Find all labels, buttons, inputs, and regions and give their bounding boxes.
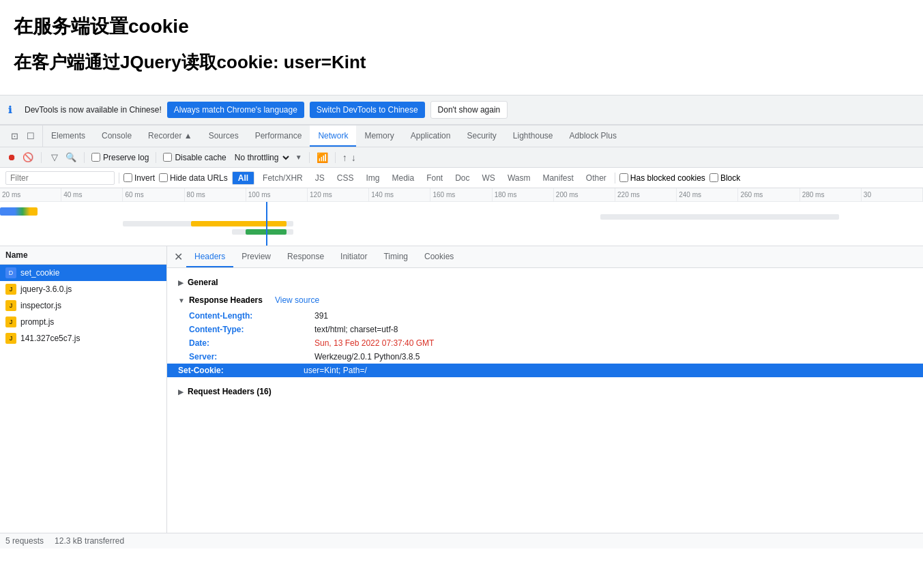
- detail-tab-cookies[interactable]: Cookies: [416, 246, 462, 267]
- tick-2: 60 ms: [123, 188, 184, 201]
- toolbar-divider-1: [41, 152, 42, 163]
- wasm-filter-button[interactable]: Wasm: [503, 172, 535, 184]
- detail-tab-response[interactable]: Response: [279, 246, 332, 267]
- js-filter-button[interactable]: JS: [311, 172, 329, 184]
- clear-icon[interactable]: 🚫: [22, 151, 34, 164]
- has-blocked-cookies-checkbox-label[interactable]: Has blocked cookies: [619, 173, 705, 183]
- detail-panel: ✕ Headers Preview Response Initiator Tim…: [167, 246, 923, 533]
- header-name-content-type: Content-Type:: [189, 325, 312, 334]
- tab-security[interactable]: Security: [458, 126, 504, 147]
- header-row-server: Server: Werkzeug/2.0.1 Python/3.8.5: [178, 350, 912, 364]
- header-row-set-cookie: Set-Cookie: user=Kint; Path=/: [167, 364, 923, 377]
- detail-tab-initiator[interactable]: Initiator: [332, 246, 375, 267]
- device-icon[interactable]: ☐: [25, 130, 37, 143]
- file-item-prompt[interactable]: J prompt.js: [0, 314, 166, 330]
- all-filter-button[interactable]: All: [232, 171, 254, 185]
- manifest-filter-button[interactable]: Manifest: [538, 172, 577, 184]
- header-value-date: Sun, 13 Feb 2022 07:37:40 GMT: [314, 338, 434, 348]
- detail-close-button[interactable]: ✕: [170, 249, 186, 265]
- js-icon-141: J: [5, 333, 16, 344]
- upload-icon[interactable]: ↑: [342, 152, 347, 163]
- detail-tab-preview[interactable]: Preview: [233, 246, 279, 267]
- view-source-link[interactable]: View source: [275, 295, 319, 305]
- timeline-cursor: [266, 202, 267, 246]
- always-match-language-button[interactable]: Always match Chrome's language: [167, 102, 304, 118]
- toolbar-divider-5: [335, 152, 336, 163]
- hide-data-urls-checkbox-label[interactable]: Hide data URLs: [159, 173, 228, 183]
- hide-data-urls-checkbox[interactable]: [159, 173, 168, 182]
- file-item-set-cookie[interactable]: D set_cookie: [0, 265, 166, 281]
- tab-sources[interactable]: Sources: [201, 126, 247, 147]
- tab-adblock-plus[interactable]: Adblock Plus: [561, 126, 625, 147]
- file-item-inspector[interactable]: J inspector.js: [0, 297, 166, 314]
- request-arrow: ▶: [178, 388, 184, 396]
- file-name-inspector: inspector.js: [20, 301, 61, 310]
- record-icon[interactable]: ⏺: [5, 151, 18, 164]
- toolbar-divider-3: [156, 152, 156, 163]
- tick-13: 280 ms: [800, 188, 862, 201]
- detail-tab-timing[interactable]: Timing: [375, 246, 416, 267]
- download-icon[interactable]: ↓: [351, 152, 356, 163]
- file-item-141[interactable]: J 141.327ce5c7.js: [0, 330, 166, 347]
- tab-memory[interactable]: Memory: [356, 126, 402, 147]
- doc-filter-button[interactable]: Doc: [451, 172, 473, 184]
- filter-separator-2: [615, 173, 615, 183]
- fetch-xhr-filter-button[interactable]: Fetch/XHR: [259, 172, 307, 184]
- inspect-icon[interactable]: ⊡: [8, 130, 20, 143]
- general-section-header[interactable]: ▶ General: [178, 274, 912, 291]
- timeline-bar-4: [600, 214, 839, 220]
- media-filter-button[interactable]: Media: [387, 172, 418, 184]
- tab-recorder[interactable]: Recorder ▲: [140, 126, 201, 147]
- tab-application[interactable]: Application: [402, 126, 459, 147]
- tab-bar: ⊡ ☐ Elements Console Recorder ▲ Sources …: [0, 126, 923, 147]
- preserve-log-checkbox[interactable]: [91, 153, 100, 162]
- tick-6: 140 ms: [369, 188, 430, 201]
- response-arrow: ▼: [178, 297, 185, 304]
- tick-3: 80 ms: [185, 188, 246, 201]
- preserve-log-checkbox-label[interactable]: Preserve log: [91, 153, 149, 162]
- invert-checkbox[interactable]: [123, 173, 132, 182]
- tab-performance[interactable]: Performance: [247, 126, 310, 147]
- tick-7: 160 ms: [430, 188, 492, 201]
- throttling-select[interactable]: No throttling: [231, 152, 291, 163]
- dont-show-again-button[interactable]: Don't show again: [430, 101, 508, 119]
- ws-filter-button[interactable]: WS: [478, 172, 499, 184]
- header-row-content-type: Content-Type: text/html; charset=utf-8: [178, 323, 912, 336]
- tick-8: 180 ms: [493, 188, 554, 201]
- tab-elements[interactable]: Elements: [43, 126, 93, 147]
- response-headers-section-header[interactable]: ▼ Response Headers View source: [178, 291, 912, 309]
- blocked-checkbox-label[interactable]: Block: [709, 173, 740, 183]
- file-item-jquery[interactable]: J jquery-3.6.0.js: [0, 281, 166, 297]
- filter-bar: Invert Hide data URLs All Fetch/XHR JS C…: [0, 168, 923, 188]
- has-blocked-cookies-label: Has blocked cookies: [630, 173, 705, 183]
- file-name-set-cookie: set_cookie: [20, 268, 59, 278]
- request-headers-section-header[interactable]: ▶ Request Headers (16): [178, 383, 912, 400]
- wifi-icon[interactable]: 📶: [317, 152, 328, 163]
- tab-bar-icons: ⊡ ☐: [3, 126, 43, 147]
- switch-devtools-chinese-button[interactable]: Switch DevTools to Chinese: [310, 102, 425, 118]
- tab-console[interactable]: Console: [93, 126, 140, 147]
- header-value-set-cookie: user=Kint; Path=/: [304, 366, 367, 375]
- banner-info-text: DevTools is now available in Chinese!: [25, 105, 162, 115]
- filter-input[interactable]: [5, 171, 115, 185]
- header-name-server: Server:: [189, 352, 312, 362]
- disable-cache-checkbox-label[interactable]: Disable cache: [163, 153, 226, 162]
- font-filter-button[interactable]: Font: [422, 172, 447, 184]
- other-filter-button[interactable]: Other: [582, 172, 611, 184]
- img-filter-button[interactable]: Img: [362, 172, 383, 184]
- js-icon-jquery: J: [5, 284, 16, 295]
- tick-4: 100 ms: [246, 188, 308, 201]
- header-name-date: Date:: [189, 338, 312, 348]
- filter-icon[interactable]: ▽: [48, 151, 61, 164]
- has-blocked-cookies-checkbox[interactable]: [619, 173, 628, 182]
- tab-lighthouse[interactable]: Lighthouse: [505, 126, 561, 147]
- file-name-141: 141.327ce5c7.js: [20, 334, 80, 343]
- blocked-checkbox[interactable]: [709, 173, 718, 182]
- css-filter-button[interactable]: CSS: [333, 172, 358, 184]
- disable-cache-checkbox[interactable]: [163, 153, 172, 162]
- main-panel: Name D set_cookie J jquery-3.6.0.js J in…: [0, 246, 923, 533]
- search-icon[interactable]: 🔍: [65, 151, 77, 164]
- tab-network[interactable]: Network: [310, 126, 356, 147]
- invert-checkbox-label[interactable]: Invert: [123, 173, 155, 183]
- detail-tab-headers[interactable]: Headers: [186, 246, 233, 267]
